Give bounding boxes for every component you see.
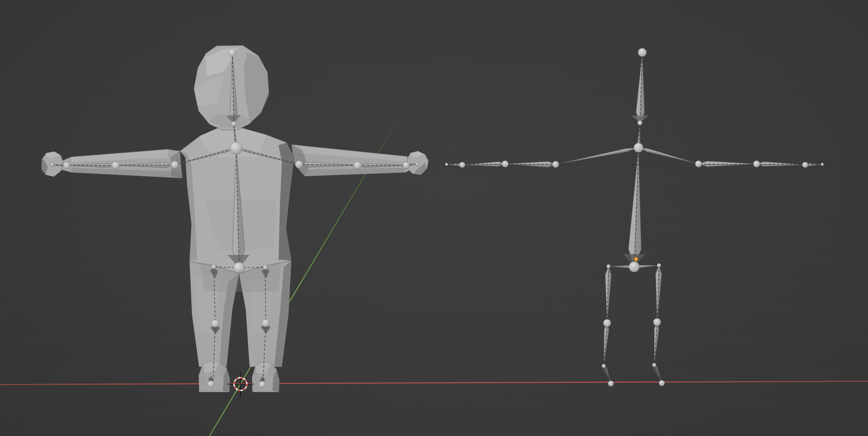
armature-skeleton-object[interactable] [443,48,836,386]
head-top-joint [638,48,647,57]
knee-right-joint [653,318,661,326]
shoulder-right-joint [295,161,303,168]
object-origin-dot [634,257,639,262]
wrist-right-joint [403,162,409,169]
floor-grid [0,158,868,436]
grid-horizontal-line [0,213,868,214]
hand-tip-left-joint [51,163,54,166]
shoulder-right-joint [695,161,702,167]
toe-right-joint [659,380,665,386]
grid-horizontal-line [0,227,868,229]
hip-left-joint [607,264,610,268]
knee-left-joint [603,319,611,327]
grid-horizontal-line [0,190,868,191]
hip-left-joint [212,265,216,269]
grid-horizontal-line [0,201,868,202]
knee-left-joint [211,320,219,327]
grid-radial-line [435,158,667,436]
shin-left-bone [604,323,609,366]
knee-right-joint [262,319,269,327]
toe-right-joint [259,381,266,388]
wrist-right-joint [802,162,808,168]
forearm-right-bone [757,162,805,166]
grid-horizontal-line [0,308,868,311]
hand-tip-left-joint [445,163,448,166]
toe-left-joint [208,381,214,387]
x-axis-line [0,381,868,385]
grid-horizontal-line [0,284,868,286]
grid-horizontal-line [0,181,868,182]
shoulder-left-joint [171,161,179,169]
grid-radial-line [405,158,438,436]
toe-left-joint [608,381,614,386]
grid-horizontal-line [0,369,868,372]
clavicle-right-bone [639,148,698,164]
grid-horizontal-line [0,263,868,264]
clavicle-left-bone [556,148,639,164]
chest-joint [634,143,643,152]
hand-tip-right-joint [821,163,824,166]
pelvis-joint [234,263,245,274]
hip-right-joint [657,264,661,267]
foot-left-bone [603,366,611,383]
wrist-left-joint [63,162,70,169]
grid-horizontal-line [0,336,868,339]
shoulder-left-joint [552,161,559,168]
upperarm-right-bone [698,161,757,167]
cursor-3d[interactable] [227,371,254,397]
head-bone [636,52,645,123]
neck-joint [638,121,642,125]
hip-right-joint [263,265,268,270]
elbow-left-joint [112,162,120,169]
elbow-right-joint [753,161,760,167]
character-with-armature-object[interactable] [41,45,429,392]
blender-3d-viewport[interactable] [0,0,868,436]
elbow-left-joint [502,161,509,167]
thigh-left-bone [605,266,611,323]
neck-joint [231,122,236,126]
thigh-right-bone [656,265,662,322]
grid-horizontal-line [0,244,868,245]
grid-horizontal-line [0,406,868,409]
elbow-right-joint [354,162,361,169]
chest-joint [230,142,242,154]
head-top-joint [229,49,236,57]
upperarm-left-bone-light-face [505,162,556,164]
wrist-left-joint [459,162,465,168]
clavicle-right-bone-shade-face [639,148,698,164]
ankle-left-joint [602,364,606,368]
grid-radial-line [496,158,868,436]
ankle-right-joint [652,363,656,367]
viewport-scene [0,0,868,436]
hand-tip-right-joint [416,162,419,166]
grid-radial-line [526,158,868,436]
grid-radial-line [466,158,868,436]
shin-right-bone [654,322,659,365]
pelvis-joint [629,262,639,272]
